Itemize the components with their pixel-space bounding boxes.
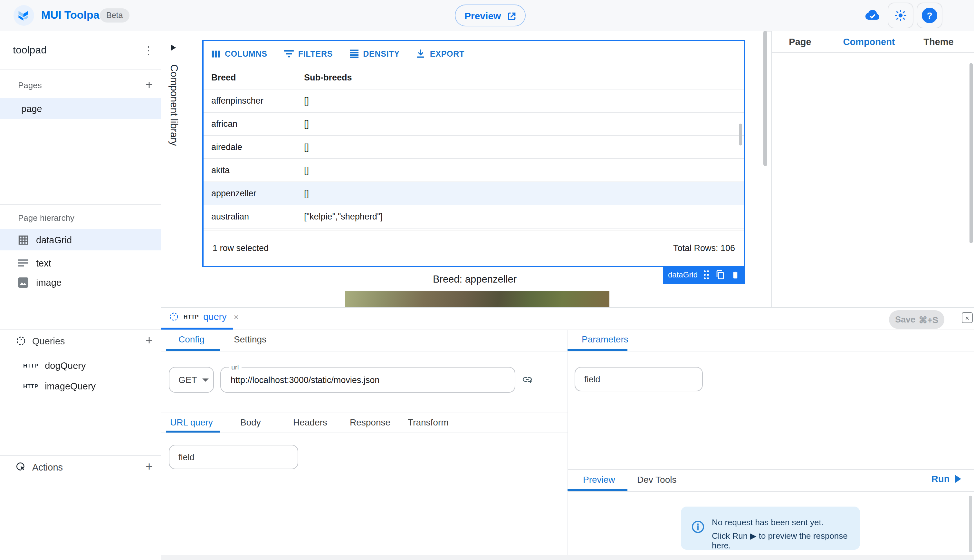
datagrid-component-selected[interactable]: COLUMNS FILTERS DENSITY EXPORT Breed Sub… xyxy=(202,40,745,267)
bottom-edge-strip xyxy=(161,555,974,560)
tab-parameters[interactable]: Parameters xyxy=(582,334,628,344)
cell-breed: australian xyxy=(204,212,304,222)
run-button[interactable]: Run xyxy=(932,474,961,484)
divider xyxy=(568,491,974,492)
url-query-field-input[interactable]: field xyxy=(169,445,298,469)
project-name: toolpad xyxy=(13,44,47,56)
filter-icon xyxy=(284,50,294,58)
inspector-tabs: Page Component Theme xyxy=(772,31,974,53)
left-sidebar: toolpad ⋮ Pages + page Page hierarchy da… xyxy=(0,31,162,560)
export-button[interactable]: EXPORT xyxy=(416,49,464,58)
columns-button[interactable]: COLUMNS xyxy=(211,49,267,58)
sidebar-item-image[interactable]: image xyxy=(0,272,179,293)
export-button-label: EXPORT xyxy=(430,49,464,58)
parameter-field-input[interactable]: field xyxy=(575,367,703,392)
cell-breed: appenzeller xyxy=(204,188,304,198)
close-query-tab-icon[interactable]: × xyxy=(234,312,239,322)
columns-button-label: COLUMNS xyxy=(225,49,267,58)
queries-label: Queries xyxy=(32,336,65,346)
page-canvas: COLUMNS FILTERS DENSITY EXPORT Breed Sub… xyxy=(187,31,763,307)
project-menu-button[interactable]: ⋮ xyxy=(143,45,154,56)
url-input[interactable]: url http://localhost:3000/static/movies.… xyxy=(220,367,515,393)
page-hierarchy-label: Page hierarchy xyxy=(18,213,74,223)
image-component[interactable] xyxy=(345,291,610,307)
sidebar-item-imagequery[interactable]: HTTP imageQuery xyxy=(0,375,184,397)
tab-headers[interactable]: Headers xyxy=(293,417,327,427)
tab-transform[interactable]: Transform xyxy=(408,417,449,427)
density-button[interactable]: DENSITY xyxy=(349,49,400,58)
info-icon xyxy=(691,520,705,533)
beta-badge: Beta xyxy=(100,8,129,23)
pages-section-label: Pages xyxy=(18,80,42,90)
url-label: url xyxy=(229,363,241,371)
info-line-2: Click Run ▶ to preview the response here… xyxy=(712,531,860,550)
toolpad-editor-window: MUI Toolpad Beta Preview ? xyxy=(0,0,974,560)
tab-theme[interactable]: Theme xyxy=(910,37,967,47)
close-panel-button[interactable]: × xyxy=(962,312,973,323)
tab-preview[interactable]: Preview xyxy=(583,474,615,485)
table-row[interactable]: african [] xyxy=(204,113,744,136)
table-row[interactable]: airedale [] xyxy=(204,136,744,159)
help-button[interactable]: ? xyxy=(917,3,942,28)
sidebar-item-text[interactable]: text xyxy=(0,252,179,273)
inspector-scrollbar[interactable] xyxy=(969,63,973,243)
add-query-button[interactable]: + xyxy=(145,334,153,346)
expand-component-library-icon[interactable] xyxy=(171,44,176,51)
add-page-button[interactable]: + xyxy=(145,78,153,91)
datagrid-header-row: Breed Sub-breeds xyxy=(204,66,744,90)
preview-pane-scrollbar[interactable] xyxy=(969,496,972,552)
inspector-panel: Page Component Theme dataGrid PROPERTIES… xyxy=(771,31,974,307)
tab-config[interactable]: Config xyxy=(179,334,204,344)
table-row[interactable]: affenpinscher [] xyxy=(204,90,744,113)
queries-icon xyxy=(15,335,27,346)
tab-url-query[interactable]: URL query xyxy=(170,417,213,427)
chevron-down-icon xyxy=(202,378,209,382)
filters-button-label: FILTERS xyxy=(298,49,333,58)
tab-dev-tools[interactable]: Dev Tools xyxy=(637,474,677,485)
sidebar-item-datagrid[interactable]: dataGrid xyxy=(0,229,179,250)
column-header-breed[interactable]: Breed xyxy=(204,73,304,82)
rows-selected-status: 1 row selected xyxy=(212,243,269,253)
text-component[interactable]: Breed: appenzeller xyxy=(187,273,763,285)
http-method-chip: HTTP xyxy=(23,383,38,389)
cell-subbreeds: [] xyxy=(304,165,744,175)
app-title: MUI Toolpad xyxy=(41,9,106,22)
tab-response[interactable]: Response xyxy=(350,417,390,427)
columns-icon xyxy=(211,49,220,58)
bind-url-icon[interactable] xyxy=(522,374,533,385)
sun-icon xyxy=(894,8,908,23)
column-header-subbreeds[interactable]: Sub-breeds xyxy=(304,73,744,82)
filters-button[interactable]: FILTERS xyxy=(284,49,333,58)
tab-component[interactable]: Component xyxy=(829,37,910,47)
image-icon xyxy=(18,277,28,287)
sidebar-item-page[interactable]: page xyxy=(0,98,182,119)
add-action-button[interactable]: + xyxy=(145,460,153,472)
tab-settings[interactable]: Settings xyxy=(234,334,266,344)
datagrid-scrollbar[interactable] xyxy=(739,123,742,145)
actions-section-header: Actions xyxy=(15,462,63,472)
theme-toggle-button[interactable] xyxy=(888,3,914,28)
density-icon xyxy=(349,50,359,58)
canvas-scrollbar[interactable] xyxy=(763,31,767,166)
query-tab[interactable]: HTTP query × xyxy=(169,312,239,322)
top-app-bar: MUI Toolpad Beta Preview ? xyxy=(0,0,974,32)
run-play-icon xyxy=(955,475,961,483)
info-line-1: No request has been sent yet. xyxy=(712,518,824,527)
help-icon: ? xyxy=(922,8,937,23)
query-item-label: dogQuery xyxy=(45,360,86,370)
table-row-selected[interactable]: appenzeller [] xyxy=(204,182,744,205)
mui-logo[interactable] xyxy=(13,5,34,26)
tab-page[interactable]: Page xyxy=(772,37,829,47)
sidebar-item-dogquery[interactable]: HTTP dogQuery xyxy=(0,355,184,376)
http-method-select[interactable]: GET xyxy=(169,367,214,393)
table-row[interactable]: australian ["kelpie","shepherd"] xyxy=(204,205,744,228)
pane-divider xyxy=(568,330,568,560)
preview-button[interactable]: Preview xyxy=(455,5,525,27)
divider xyxy=(0,455,161,456)
table-row[interactable]: akita [] xyxy=(204,159,744,182)
save-button[interactable]: Save ⌘+S xyxy=(889,310,944,329)
cell-subbreeds: ["kelpie","shepherd"] xyxy=(304,212,744,222)
tab-body[interactable]: Body xyxy=(240,417,261,427)
queries-section-header: Queries xyxy=(15,335,65,346)
divider xyxy=(161,413,568,413)
